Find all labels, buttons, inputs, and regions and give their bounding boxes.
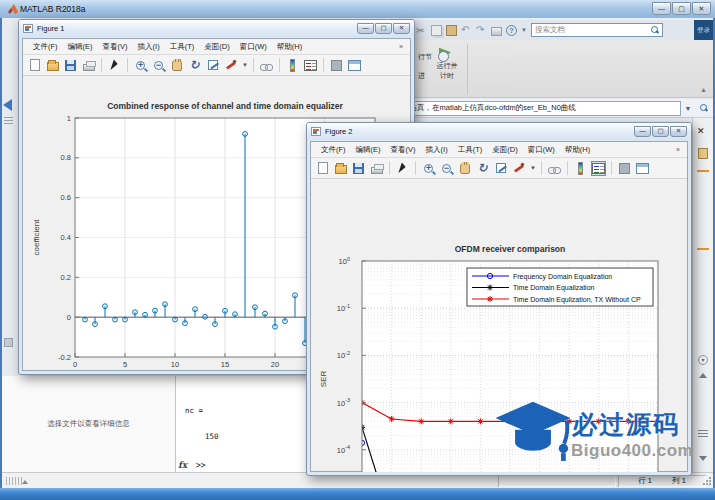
menu-item-1[interactable]: 编辑(E)	[351, 145, 386, 155]
zoom-in-button[interactable]	[133, 58, 148, 73]
undo-icon[interactable]: ↶	[461, 25, 472, 36]
brush-dropdown-icon[interactable]: ▼	[242, 62, 248, 68]
help-icon[interactable]: ?	[506, 25, 517, 36]
pan-button[interactable]	[457, 161, 472, 176]
figure2-minimize-button[interactable]: —	[634, 126, 651, 137]
menu-item-2[interactable]: 查看(V)	[98, 42, 133, 52]
menu-item-6[interactable]: 窗口(W)	[523, 145, 560, 155]
cut-icon[interactable]: ✂	[416, 25, 427, 36]
copy-icon[interactable]	[431, 25, 442, 36]
main-close-button[interactable]: ✕	[692, 2, 711, 15]
address-field[interactable]: 机仿真，在matlab上仿真dco-ofdm的ser_Eb_N0曲线	[398, 101, 681, 116]
menu-item-1[interactable]: 编辑(E)	[63, 42, 98, 52]
brush-button[interactable]	[511, 161, 526, 176]
figure2-maximize-button[interactable]: ▢	[652, 126, 669, 137]
quick-access-dropdown-icon[interactable]: ▼	[521, 27, 527, 33]
figure1-toolbar: ▼	[23, 55, 410, 76]
menu-item-7[interactable]: 帮助(H)	[272, 42, 307, 52]
show-plot-tools-button[interactable]	[347, 58, 362, 73]
pointer-button[interactable]	[107, 58, 122, 73]
zoom-in-button[interactable]	[421, 161, 436, 176]
hide-plot-tools-button[interactable]	[617, 161, 632, 176]
menu-overflow-chevron[interactable]: »	[397, 43, 405, 50]
menu-item-5[interactable]: 桌面(D)	[487, 145, 522, 155]
editor-close-icon[interactable]: ✕	[697, 126, 705, 136]
insert-colorbar-button[interactable]	[573, 161, 588, 176]
menu-item-5[interactable]: 桌面(D)	[199, 42, 234, 52]
open-file-button[interactable]	[333, 161, 348, 176]
resize-grip[interactable]	[703, 477, 711, 485]
print-button[interactable]	[81, 58, 96, 73]
back-arrow-icon[interactable]	[3, 99, 12, 111]
brush-dropdown-icon[interactable]: ▼	[530, 165, 536, 171]
link-plot-button[interactable]	[547, 161, 562, 176]
menu-item-0[interactable]: 文件(F)	[28, 42, 63, 52]
menu-item-0[interactable]: 文件(F)	[316, 145, 351, 155]
open-file-button[interactable]	[45, 58, 60, 73]
insert-legend-button[interactable]	[591, 161, 606, 176]
main-minimize-button[interactable]: —	[652, 2, 671, 15]
save-button[interactable]	[351, 161, 366, 176]
data-cursor-button[interactable]	[493, 161, 508, 176]
doc-search-input[interactable]: 搜索文档	[531, 23, 663, 37]
zoom-out-button[interactable]	[439, 161, 454, 176]
pan-button[interactable]	[169, 58, 184, 73]
svg-text:100: 100	[339, 256, 350, 267]
print-icon[interactable]	[491, 27, 502, 36]
rotate-3d-icon	[189, 59, 199, 71]
warning-marker[interactable]	[697, 170, 709, 172]
pan-icon	[460, 163, 470, 174]
statusbar-grip[interactable]	[6, 477, 22, 485]
svg-text:0.8: 0.8	[61, 153, 71, 162]
show-plot-tools-button[interactable]	[635, 161, 650, 176]
save-button[interactable]	[63, 58, 78, 73]
new-file-button[interactable]	[27, 58, 42, 73]
menu-item-4[interactable]: 工具(T)	[165, 42, 200, 52]
address-search-icon[interactable]	[695, 104, 713, 112]
hide-plot-tools-button[interactable]	[329, 58, 344, 73]
folder-list-icon[interactable]	[4, 117, 13, 125]
statusbar-position-cell: 行 1 列 1	[618, 475, 706, 487]
zoom-out-button[interactable]	[151, 58, 166, 73]
warning-marker[interactable]	[697, 248, 709, 250]
main-maximize-button[interactable]: ▢	[672, 2, 691, 15]
rotate-3d-button[interactable]	[187, 58, 202, 73]
menu-item-3[interactable]: 插入(I)	[421, 145, 453, 155]
data-cursor-button[interactable]	[205, 58, 220, 73]
message-indicator-icon[interactable]: ▾	[698, 355, 708, 365]
brush-button[interactable]	[223, 58, 238, 73]
figure1-close-button[interactable]: ✕	[393, 23, 410, 34]
menu-item-3[interactable]: 插入(I)	[133, 42, 165, 52]
insert-colorbar-button[interactable]	[285, 58, 300, 73]
run-and-time-button[interactable]: 运行并 计时	[432, 45, 462, 81]
sign-in-button[interactable]: 登录	[694, 20, 713, 40]
paste-icon[interactable]	[446, 25, 457, 36]
link-plot-button[interactable]	[259, 58, 274, 73]
svg-text:10: 10	[171, 360, 179, 369]
command-prompt[interactable]: >>	[196, 461, 206, 470]
ribbon-collapse-icon[interactable]: ▲	[700, 86, 707, 93]
document-icon[interactable]	[698, 148, 708, 159]
print-button[interactable]	[369, 161, 384, 176]
menu-item-7[interactable]: 帮助(H)	[560, 145, 595, 155]
figure1-maximize-button[interactable]: ▢	[375, 23, 392, 34]
redo-icon[interactable]: ↷	[476, 25, 487, 36]
menu-overflow-chevron[interactable]: »	[674, 146, 682, 153]
menu-item-4[interactable]: 工具(T)	[453, 145, 488, 155]
address-dropdown-icon[interactable]: ▼	[681, 105, 695, 112]
menu-item-2[interactable]: 查看(V)	[386, 145, 421, 155]
menu-item-6[interactable]: 窗口(W)	[235, 42, 272, 52]
window-bottom-border	[0, 488, 715, 500]
rotate-3d-button[interactable]	[475, 161, 490, 176]
insert-legend-button[interactable]	[303, 58, 318, 73]
figure1-titlebar[interactable]: Figure 1 — ▢ ✕	[19, 20, 414, 37]
new-file-button[interactable]	[315, 161, 330, 176]
pointer-button[interactable]	[395, 161, 410, 176]
figure2-titlebar[interactable]: Figure 2 — ▢ ✕	[307, 123, 691, 140]
new-file-icon	[318, 162, 328, 174]
search-icon[interactable]	[651, 26, 659, 34]
figure1-minimize-button[interactable]: —	[357, 23, 374, 34]
figure-window-icon	[23, 24, 33, 33]
figure2-close-button[interactable]: ✕	[670, 126, 687, 137]
scroll-up-icon[interactable]	[699, 373, 707, 378]
